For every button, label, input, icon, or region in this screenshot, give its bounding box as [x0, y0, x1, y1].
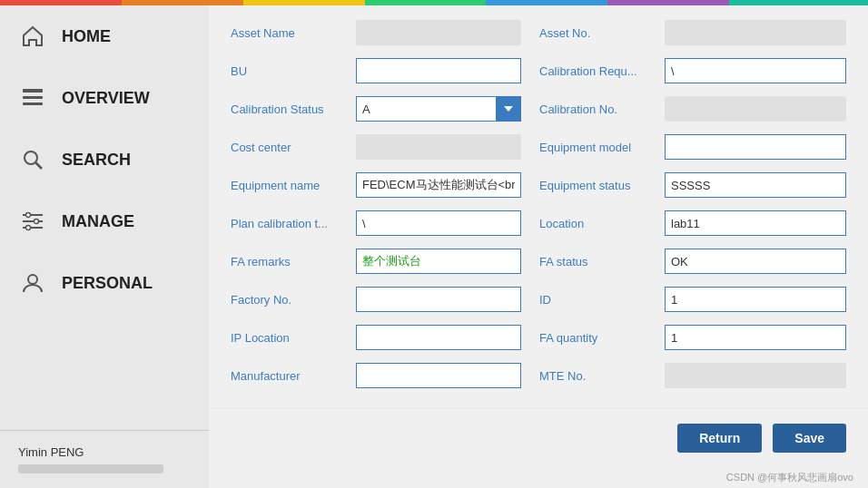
svg-point-11: [28, 275, 37, 284]
asset-name-blurred: [356, 20, 521, 45]
sidebar-label-home: HOME: [62, 27, 111, 46]
svg-point-10: [26, 226, 31, 230]
calibration-no-row: Calibration No.: [539, 96, 846, 122]
cost-center-row: Cost center: [231, 134, 539, 160]
fa-remarks-input[interactable]: [356, 249, 521, 274]
asset-no-row: Asset No.: [539, 20, 846, 45]
equipment-status-row: Equipment status: [539, 172, 846, 198]
ip-location-label: IP Location: [231, 331, 349, 345]
calibration-no-label: Calibration No.: [539, 102, 657, 116]
plan-calibration-label: Plan calibration t...: [231, 217, 349, 230]
svg-point-8: [26, 213, 31, 218]
bu-input[interactable]: [356, 58, 521, 83]
equipment-model-input[interactable]: [665, 134, 846, 160]
asset-no-label: Asset No.: [539, 26, 657, 40]
sidebar-item-manage[interactable]: MANAGE: [0, 190, 209, 252]
cost-center-blurred: [356, 134, 521, 160]
calibration-status-row: Calibration Status A B C: [231, 96, 539, 122]
location-row: Location: [539, 210, 846, 236]
overview-icon: [18, 83, 47, 112]
id-input[interactable]: [665, 287, 846, 312]
sidebar-bottom: Yimin PENG: [0, 430, 209, 488]
manufacturer-input[interactable]: [356, 363, 521, 388]
plan-calibration-row: Plan calibration t...: [231, 210, 539, 236]
user-info: [18, 464, 163, 473]
sidebar: HOME OVERVIEW SEARCH: [0, 0, 209, 488]
calibration-status-label: Calibration Status: [231, 102, 349, 116]
fa-quantity-label: FA quantity: [539, 331, 657, 345]
svg-line-4: [36, 163, 43, 170]
equipment-status-label: Equipment status: [539, 179, 657, 192]
mte-no-blurred: [665, 363, 846, 388]
fa-status-row: FA status: [539, 249, 846, 274]
sidebar-item-search[interactable]: SEARCH: [0, 129, 209, 190]
id-label: ID: [539, 293, 657, 307]
home-icon: [18, 22, 47, 51]
svg-point-3: [25, 151, 37, 164]
manage-icon: [18, 207, 47, 236]
ip-location-input[interactable]: [356, 325, 521, 350]
sidebar-label-search: SEARCH: [62, 151, 131, 170]
search-icon: [18, 145, 47, 174]
svg-rect-2: [23, 102, 43, 105]
ip-location-row: IP Location: [231, 325, 539, 350]
calibration-requ-input[interactable]: [665, 58, 846, 83]
sidebar-item-overview[interactable]: OVERVIEW: [0, 67, 209, 129]
calibration-no-blurred: [665, 96, 846, 122]
equipment-status-input[interactable]: [665, 172, 846, 198]
sidebar-item-home[interactable]: HOME: [0, 5, 209, 67]
asset-no-blurred: [665, 20, 846, 45]
fa-quantity-row: FA quantity: [539, 325, 846, 350]
calibration-requ-label: Calibration Requ...: [539, 64, 657, 78]
return-button[interactable]: Return: [677, 424, 762, 453]
fa-remarks-label: FA remarks: [231, 255, 349, 268]
content-area: Asset Name Asset No. BU Calibration Requ…: [209, 5, 868, 399]
sidebar-item-personal[interactable]: PERSONAL: [0, 252, 209, 314]
user-name: Yimin PENG: [18, 445, 191, 459]
svg-rect-1: [23, 96, 43, 99]
equipment-model-label: Equipment model: [539, 141, 657, 154]
svg-rect-0: [23, 89, 43, 93]
main-wrapper: Asset Name Asset No. BU Calibration Requ…: [209, 5, 868, 488]
equipment-model-row: Equipment model: [539, 134, 846, 160]
mte-no-row: MTE No.: [539, 363, 846, 388]
watermark: CSDN @何事秋风悲画扇ovo: [209, 467, 868, 488]
top-color-bar: [0, 0, 868, 5]
factory-no-label: Factory No.: [231, 293, 349, 307]
equipment-name-label: Equipment name: [231, 179, 349, 192]
save-button[interactable]: Save: [773, 424, 846, 453]
bu-row: BU: [231, 58, 539, 83]
equipment-name-row: Equipment name: [231, 172, 539, 198]
buttons-area: Return Save: [209, 408, 868, 467]
svg-point-9: [35, 220, 39, 224]
mte-no-label: MTE No.: [539, 369, 657, 383]
asset-name-row: Asset Name: [231, 20, 539, 45]
fa-status-label: FA status: [539, 255, 657, 268]
personal-icon: [18, 268, 47, 298]
sidebar-label-personal: PERSONAL: [62, 274, 153, 293]
location-label: Location: [539, 217, 657, 230]
cost-center-label: Cost center: [231, 141, 349, 154]
id-row: ID: [539, 287, 846, 312]
manufacturer-label: Manufacturer: [231, 369, 349, 383]
factory-no-row: Factory No.: [231, 287, 539, 312]
fa-status-input[interactable]: [665, 249, 846, 274]
fa-quantity-input[interactable]: [665, 325, 846, 350]
bu-label: BU: [231, 64, 349, 78]
factory-no-input[interactable]: [356, 287, 521, 312]
sidebar-label-manage: MANAGE: [62, 212, 134, 231]
fa-remarks-row: FA remarks: [231, 249, 539, 274]
location-input[interactable]: [665, 210, 846, 236]
equipment-name-input[interactable]: [356, 172, 521, 198]
calibration-requ-row: Calibration Requ...: [539, 58, 846, 83]
calibration-status-select[interactable]: A B C: [356, 96, 521, 122]
plan-calibration-input[interactable]: [356, 210, 521, 236]
form-grid: Asset Name Asset No. BU Calibration Requ…: [231, 20, 846, 388]
asset-name-label: Asset Name: [231, 26, 349, 40]
manufacturer-row: Manufacturer: [231, 363, 539, 388]
calibration-status-select-wrapper: A B C: [356, 96, 521, 122]
sidebar-label-overview: OVERVIEW: [62, 89, 150, 108]
